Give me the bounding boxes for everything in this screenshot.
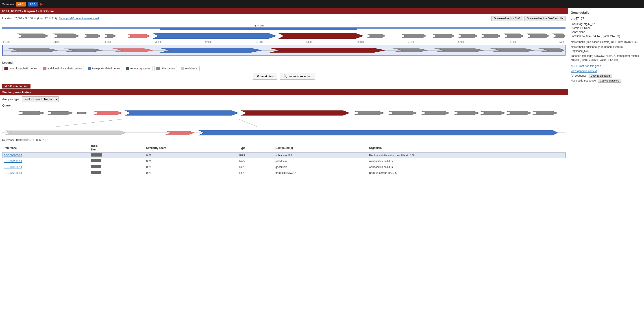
aa-copy-btn[interactable]: Copy to clipboard bbox=[588, 74, 612, 78]
cell-bar bbox=[90, 170, 145, 176]
col-compound: Compound(s) bbox=[274, 144, 368, 152]
legend-additional[interactable]: additional biosynthetic genes bbox=[41, 66, 84, 71]
cell-score: 0.21 bbox=[145, 170, 238, 176]
legend-core[interactable]: core biosynthetic genes bbox=[2, 66, 39, 71]
download-svg-btn[interactable]: Download region SVG bbox=[491, 16, 523, 21]
svg-marker-7 bbox=[279, 33, 363, 39]
col-similarity: Similarity score bbox=[145, 144, 238, 152]
svg-marker-5 bbox=[128, 34, 150, 38]
reference-text: Reference: BGC0000558.1: 856-5167 bbox=[2, 138, 48, 142]
additional-label: additional biosynthetic genes bbox=[47, 67, 82, 70]
cell-organism: Bacillus subtilis subsp. subtilis str. 1… bbox=[368, 152, 565, 158]
transport-swatch bbox=[88, 67, 91, 70]
legend-regulatory[interactable]: regulatory genes bbox=[124, 66, 152, 71]
ruler-59: 59,00 bbox=[560, 41, 565, 43]
cell-score: 0.21 bbox=[145, 158, 238, 164]
transport-label: transport-related genes bbox=[92, 67, 120, 70]
legend-resistance[interactable]: resistance bbox=[179, 66, 200, 71]
reference-label: Reference: BGC0000558.1: 856-5167 bbox=[0, 138, 568, 142]
gene-details-title: Gene details bbox=[571, 11, 641, 14]
svg-line-41 bbox=[238, 119, 258, 127]
region-subheader: Location: 47,004 - 59,148 nt. (total: 12… bbox=[0, 14, 568, 23]
protein-id-row: Protein ID: None bbox=[571, 27, 641, 30]
cell-compound: pallidocin bbox=[274, 158, 368, 164]
cell-type: RiPP bbox=[238, 170, 274, 176]
analysis-type-select[interactable]: Protocluster to Region bbox=[22, 96, 58, 102]
download-genbank-btn[interactable]: Download region GenBank file bbox=[524, 16, 566, 21]
overview-label: Overview bbox=[2, 3, 14, 6]
cell-type: RiPP bbox=[238, 164, 274, 170]
ruler-52: 52,000 bbox=[205, 41, 212, 43]
show-rules-link[interactable]: Show pHMM detection rules used bbox=[59, 17, 99, 20]
legend-title: Legend: bbox=[2, 61, 566, 64]
cell-bar bbox=[90, 152, 145, 158]
table-row[interactable]: BGC0001861.1 0.21 RiPP bacillicin BAG2O … bbox=[2, 170, 566, 176]
locus-tag-value: ctg47_57 bbox=[584, 23, 595, 26]
col-type: Type bbox=[238, 144, 274, 152]
ncbi-blastp-link[interactable]: NCBI BlastP on this gene bbox=[571, 64, 601, 68]
view-controls: ✕ reset view 🔍 zoom to selection bbox=[2, 73, 566, 80]
query-viz bbox=[0, 108, 568, 118]
legend-transport[interactable]: transport-related genes bbox=[86, 66, 122, 71]
reset-icon: ✕ bbox=[256, 74, 259, 78]
cell-bar bbox=[90, 164, 145, 170]
reset-view-btn[interactable]: ✕ reset view bbox=[253, 73, 278, 80]
protein-id-value: None bbox=[584, 27, 591, 30]
col-reference: Reference bbox=[2, 144, 90, 152]
cell-ref: BGC0001862.1 bbox=[2, 164, 90, 170]
zoom-selection-btn[interactable]: 🔍 zoom to selection bbox=[280, 73, 315, 80]
regulatory-label: regulatory genes bbox=[130, 67, 150, 70]
svg-marker-43 bbox=[6, 131, 126, 135]
ruler-55: 55,000 bbox=[357, 41, 364, 43]
ruler-51: 51,000 bbox=[154, 41, 162, 43]
table-row[interactable]: BGC0001930.1 0.21 RiPP pallidocin Aeriba… bbox=[2, 158, 566, 164]
zoomed-gene-track-svg bbox=[4, 46, 564, 55]
col-organism: Organism bbox=[368, 144, 565, 152]
cell-type: RiPP bbox=[238, 158, 274, 164]
right-panel: Gene details ctg47_57 Locus tag: ctg47_5… bbox=[568, 8, 644, 336]
nav-btn-1[interactable]: 47.1 bbox=[16, 2, 26, 7]
similar-clusters-label: Similar gene clusters bbox=[2, 91, 32, 94]
gene-track-svg bbox=[2, 31, 566, 41]
aa-sequence-row: AA sequence: Copy to clipboard bbox=[571, 74, 641, 78]
core-swatch bbox=[4, 67, 8, 70]
svg-marker-6 bbox=[154, 33, 276, 39]
nuc-copy-btn[interactable]: Copy to clipboard bbox=[598, 79, 621, 83]
zoom-selection-label: zoom to selection bbox=[288, 75, 311, 78]
legend-items: core biosynthetic genes additional biosy… bbox=[2, 66, 566, 71]
cell-bar bbox=[90, 158, 145, 164]
nuc-sequence-row: Nucleotide sequence: Copy to clipboard bbox=[571, 79, 641, 83]
legend-other[interactable]: other genes bbox=[154, 66, 177, 71]
nav-btn-2[interactable]: 80.1 bbox=[28, 2, 38, 7]
mibig-header: MIBiG comparison bbox=[0, 83, 568, 89]
region-title: k141_687174 - Region 1 - RiPP-like bbox=[2, 10, 54, 13]
svg-marker-31 bbox=[125, 110, 238, 115]
svg-line-40 bbox=[55, 119, 125, 127]
cell-score: 0.21 bbox=[145, 164, 238, 170]
ruler-49: 49,000 bbox=[53, 41, 60, 43]
core-label: core biosynthetic genes bbox=[9, 67, 37, 70]
genomic-context-link[interactable]: View genomic context bbox=[571, 70, 597, 73]
reference-viz bbox=[0, 127, 568, 138]
table-row[interactable]: BGC0000558.1 0.22 RiPP sublancin 168 Bac… bbox=[2, 152, 566, 158]
cell-ref: BGC0001861.1 bbox=[2, 170, 90, 176]
locus-tag-row: Locus tag: ctg47_57 bbox=[571, 23, 641, 26]
query-label: Query bbox=[0, 103, 568, 108]
mibig-tab[interactable]: MIBiG comparison bbox=[2, 84, 30, 88]
additional-swatch bbox=[43, 67, 46, 70]
svg-marker-21 bbox=[270, 48, 385, 53]
cell-compound: bacillicin BAG2O bbox=[274, 170, 368, 176]
ruler-50: 50,000 bbox=[104, 41, 111, 43]
biosynthetic-line1: biosynthetic (rule-based-clusters) RiPP-… bbox=[571, 40, 641, 44]
ruler-53: 53,000 bbox=[256, 41, 263, 43]
resistance-label: resistance bbox=[185, 67, 198, 70]
cell-ref: BGC0001930.1 bbox=[2, 158, 90, 164]
ruler-54: 54,000 bbox=[306, 41, 313, 43]
gene-visualization: RiPP-like bbox=[0, 23, 568, 59]
table-row[interactable]: BGC0001862.1 0.21 RiPP geocillicin Aerib… bbox=[2, 164, 566, 170]
resistance-swatch bbox=[181, 67, 184, 70]
cell-organism: Bacillus cereus BAG2O-1 bbox=[368, 170, 565, 176]
cell-compound: sublancin 168 bbox=[274, 152, 368, 158]
location-text: Location: 47,004 - 59,148 nt. (total: 12… bbox=[2, 17, 57, 20]
legend: Legend: core biosynthetic genes addition… bbox=[0, 59, 568, 83]
